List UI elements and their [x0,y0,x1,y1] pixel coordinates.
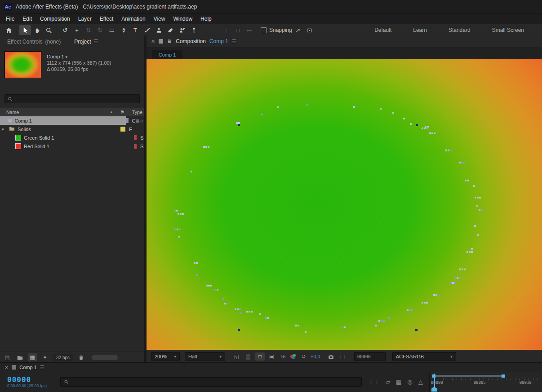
new-composition-icon[interactable]: ▦ [28,353,37,361]
column-name[interactable]: Name [0,110,110,115]
sort-ascending-icon[interactable]: ▲ [110,110,120,114]
new-folder-icon[interactable] [15,353,24,361]
menu-file[interactable]: File [2,16,18,22]
composition-tab-label[interactable]: Composition [176,38,206,44]
project-row-green-solid[interactable]: Green Solid 1 S [0,133,144,142]
pan-behind-tool-icon[interactable]: + [71,25,83,35]
draft-3d-icon[interactable]: ▱ [386,379,390,385]
workspace-default[interactable]: Default [364,27,402,33]
panel-drag-icon[interactable] [12,365,16,370]
brush-tool-icon[interactable] [141,25,153,35]
grid-and-guides-icon[interactable]: ◱ [232,352,241,361]
region-of-interest-icon[interactable]: ▣ [267,352,276,361]
camera-tool-icon[interactable]: ⇅ [83,25,94,35]
composition-viewer[interactable] [147,59,542,350]
guides-snap-icon[interactable]: ⊞ [279,352,288,361]
clone-stamp-tool-icon[interactable] [153,25,164,35]
rotate-tool-icon[interactable]: ↺ [59,25,71,35]
label-color-chip[interactable] [134,144,137,149]
label-color-chip[interactable] [126,118,129,123]
close-panel-icon[interactable]: ✕ [151,39,155,44]
viewer-timecode-field[interactable]: 00000 [354,352,386,361]
axis-mode-local-icon[interactable]: ⊥ [220,25,232,35]
color-space-dropdown[interactable]: ACES/sRGB ▾ [392,352,456,361]
menu-layer[interactable]: Layer [74,16,96,22]
orbit-tool-icon[interactable]: ↻ [94,25,106,35]
timeline-ruler[interactable]: 00000 00005 00010 [429,372,542,392]
show-channel-icon[interactable] [290,354,297,359]
type-tool-icon[interactable]: T [129,25,141,35]
panel-menu-icon[interactable]: ☰ [232,39,236,44]
mask-rectangle-tool-icon[interactable]: ▭ [106,25,118,35]
menu-effect[interactable]: Effect [96,16,117,22]
label-color-chip[interactable] [120,127,125,132]
tab-effect-controls[interactable]: Effect Controls (none) [7,39,61,45]
pen-tool-icon[interactable] [118,25,129,35]
home-icon[interactable] [3,25,14,35]
reset-exposure-icon[interactable]: ↺ [299,352,308,361]
current-frame-display[interactable]: 00000 [7,376,60,383]
snapping-control[interactable]: Snapping [261,27,292,33]
playhead-grip[interactable] [431,387,437,392]
interpret-footage-icon[interactable]: ▤ [3,353,12,361]
toggle-mask-paths-icon[interactable]: □ [255,352,265,361]
timeline-search-input[interactable] [60,377,362,387]
work-area-bar[interactable] [432,375,505,377]
show-snapshot-icon[interactable]: ▢ [338,352,347,361]
snap-frame-icon[interactable]: ⊡ [304,25,315,35]
current-time-block[interactable]: 00000 0:00:00:00 (25.00 fps) [0,376,60,388]
workspace-learn[interactable]: Learn [402,27,438,33]
snap-angle-icon[interactable]: ↗ [292,25,304,35]
selection-tool-icon[interactable] [19,25,31,35]
project-row-red-solid[interactable]: Red Solid 1 S [0,142,144,150]
project-table-header[interactable]: Name ▲ ⚑ Type [0,108,144,116]
expander-icon[interactable]: ▾ [2,127,6,132]
snapshot-camera-icon[interactable] [326,352,336,361]
menu-view[interactable]: View [150,16,169,22]
zoom-level-dropdown[interactable]: 200% ▾ [151,352,180,361]
motion-blur-icon[interactable]: ◎ [407,379,412,385]
project-row-solids[interactable]: ▾ Solids F [0,125,144,133]
transparency-grid-icon[interactable]: ▒ [244,352,253,361]
composition-tab-comp-name[interactable]: Comp 1 [209,38,228,44]
menu-window[interactable]: Window [169,16,196,22]
workspace-standard[interactable]: Standard [438,27,481,33]
timeline-tab-comp-1[interactable]: Comp 1 [19,365,37,370]
menu-help[interactable]: Help [196,16,216,22]
menu-animation[interactable]: Animation [117,16,149,22]
footer-slider[interactable] [92,355,118,360]
mini-flowchart-icon[interactable]: ⋮⋮ [368,379,380,385]
title-bar: Ae Adobe After Effects (Beta) - C:\Users… [0,0,542,14]
close-panel-icon[interactable]: ✕ [4,365,9,370]
project-settings-icon[interactable]: ✦ [40,353,49,361]
viewer-tab-comp-1[interactable]: Comp 1 [152,50,182,59]
menu-edit[interactable]: Edit [18,16,36,22]
frame-blending-icon[interactable]: ▦ [396,379,401,385]
graph-editor-icon[interactable]: △ [418,379,423,385]
resolution-dropdown[interactable]: Half ▾ [185,352,225,361]
zoom-tool-icon[interactable] [43,25,54,35]
snapping-checkbox[interactable] [261,27,267,33]
panel-menu-icon[interactable]: ☰ [94,39,98,44]
column-type[interactable]: Type [132,110,142,115]
project-row-comp-1[interactable]: ▣ Comp 1 C ▦◇ [0,116,144,125]
trash-icon[interactable] [76,353,85,361]
panel-drag-icon[interactable] [159,39,163,44]
panel-menu-icon[interactable]: ☰ [40,365,44,370]
axis-mode-view-icon[interactable]: ⊷ [244,25,255,35]
project-search-input[interactable] [4,94,140,103]
menu-composition[interactable]: Composition [36,16,74,22]
lock-icon[interactable] [167,38,172,45]
hand-tool-icon[interactable] [31,25,43,35]
tab-project[interactable]: Project ☰ [74,39,98,45]
puppet-pin-tool-icon[interactable] [188,25,200,35]
label-color-chip[interactable] [134,135,137,140]
roto-brush-tool-icon[interactable] [176,25,188,35]
workspace-small-screen[interactable]: Small Screen [481,27,535,33]
axis-mode-world-icon[interactable]: ⊓ [232,25,244,35]
work-area-end-handle[interactable] [502,374,505,378]
color-depth-button[interactable]: 32 bpc [53,354,73,361]
label-column-icon[interactable]: ⚑ [120,110,132,115]
eraser-tool-icon[interactable] [164,25,176,35]
exposure-value[interactable]: +0,0 [311,354,320,359]
